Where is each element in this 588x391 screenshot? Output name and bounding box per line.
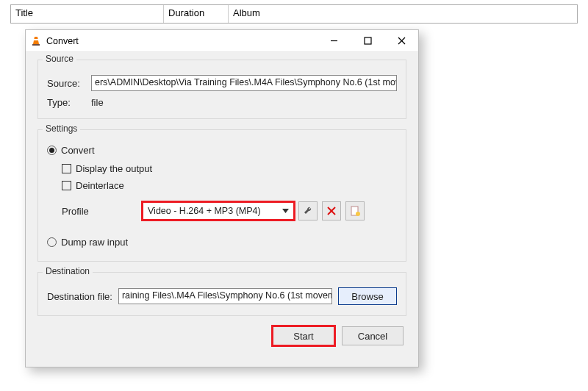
radio-icon bbox=[47, 146, 57, 155]
new-file-icon bbox=[350, 206, 360, 216]
convert-dialog: Convert Source Source: ers\ADMIN\Desktop… bbox=[25, 29, 419, 367]
profile-select[interactable]: Video - H.264 + MP3 (MP4) bbox=[143, 202, 294, 220]
svg-rect-1 bbox=[34, 39, 38, 40]
profile-value: Video - H.264 + MP3 (MP4) bbox=[148, 206, 261, 216]
radio-icon bbox=[47, 237, 57, 247]
destination-file-label: Destination file: bbox=[47, 291, 112, 302]
settings-legend: Settings bbox=[43, 123, 80, 134]
type-label: Type: bbox=[47, 97, 91, 108]
destination-file-field[interactable]: raining Files\.M4A Files\Symphony No.6 (… bbox=[118, 288, 332, 304]
start-button[interactable]: Start bbox=[273, 326, 334, 345]
edit-profile-button[interactable] bbox=[298, 201, 318, 220]
destination-group: Destination Destination file: raining Fi… bbox=[37, 272, 406, 316]
maximize-button[interactable] bbox=[351, 30, 384, 52]
titlebar: Convert bbox=[26, 30, 418, 52]
convert-radio-label: Convert bbox=[61, 145, 95, 156]
x-icon bbox=[327, 207, 336, 215]
source-group: Source Source: ers\ADMIN\Desktop\Via Tra… bbox=[37, 60, 406, 119]
wrench-icon bbox=[303, 206, 313, 216]
column-title[interactable]: Title bbox=[11, 5, 164, 23]
column-album[interactable]: Album bbox=[229, 5, 577, 23]
profile-label: Profile bbox=[47, 206, 143, 217]
destination-legend: Destination bbox=[43, 266, 93, 276]
source-path-field[interactable]: ers\ADMIN\Desktop\Via Training Files\.M4… bbox=[91, 75, 397, 91]
deinterlace-checkbox[interactable]: Deinterlace bbox=[62, 180, 397, 191]
source-legend: Source bbox=[43, 54, 76, 64]
playlist-header: Title Duration Album bbox=[10, 4, 578, 24]
svg-rect-2 bbox=[32, 44, 40, 46]
svg-point-11 bbox=[356, 212, 360, 216]
source-label: Source: bbox=[47, 78, 91, 89]
browse-button[interactable]: Browse bbox=[338, 287, 397, 305]
dump-raw-label: Dump raw input bbox=[61, 237, 128, 248]
type-value: file bbox=[91, 97, 104, 108]
window-title: Convert bbox=[46, 36, 79, 46]
delete-profile-button[interactable] bbox=[322, 201, 341, 220]
display-output-checkbox[interactable]: Display the output bbox=[62, 163, 397, 174]
checkbox-icon bbox=[62, 181, 71, 190]
deinterlace-label: Deinterlace bbox=[76, 180, 124, 191]
column-duration[interactable]: Duration bbox=[164, 5, 229, 23]
minimize-button[interactable] bbox=[317, 30, 351, 52]
display-output-label: Display the output bbox=[76, 163, 152, 174]
dump-raw-radio[interactable]: Dump raw input bbox=[47, 237, 397, 248]
chevron-down-icon bbox=[282, 209, 289, 213]
svg-marker-7 bbox=[282, 209, 289, 213]
cancel-button[interactable]: Cancel bbox=[342, 326, 404, 345]
convert-radio[interactable]: Convert bbox=[47, 145, 397, 156]
close-button[interactable] bbox=[384, 30, 418, 52]
checkbox-icon bbox=[62, 164, 71, 173]
settings-group: Settings Convert Display the output Dein… bbox=[37, 129, 406, 262]
vlc-cone-icon bbox=[30, 35, 42, 47]
new-profile-button[interactable] bbox=[345, 201, 365, 220]
svg-rect-4 bbox=[365, 37, 371, 44]
